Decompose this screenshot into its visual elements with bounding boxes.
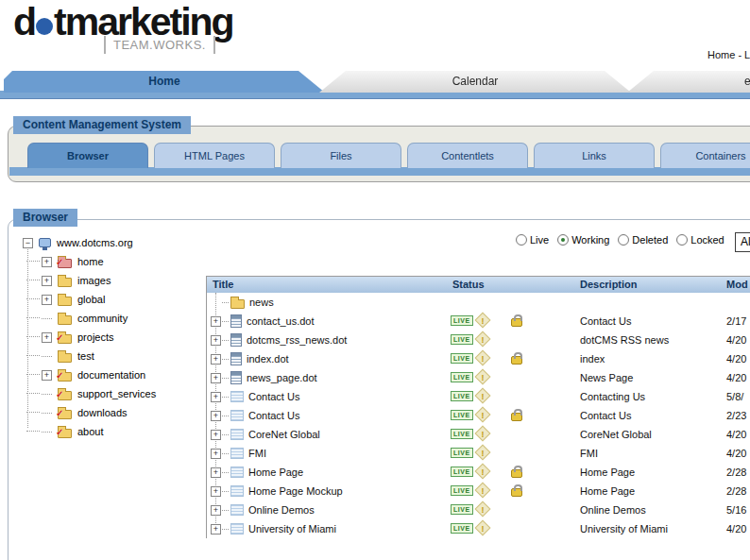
tree-item[interactable]: +images [42,271,156,290]
row-title[interactable]: Contact Us [248,410,299,421]
expand-icon[interactable]: + [211,505,221,516]
show-all-select[interactable]: Al [735,232,750,252]
radio-icon[interactable] [676,234,688,246]
table-row[interactable]: +Contact UsLIVE!Contact Us2/23 [207,406,750,425]
filter-deleted[interactable]: Deleted [618,234,668,246]
tree-item-label[interactable]: about [77,426,104,437]
table-row[interactable]: +CoreNet GlobalLIVE!CoreNet Global4/20 [207,425,750,444]
tree-item[interactable]: community [42,309,156,328]
tree-item-label[interactable]: downloads [77,407,128,418]
tree-item[interactable]: about [42,422,156,441]
expand-icon[interactable]: + [211,316,221,327]
subtab-containers[interactable]: Containers [660,143,750,168]
row-title[interactable]: Home Page Mockup [248,485,343,497]
expand-icon[interactable]: + [211,373,221,383]
row-title[interactable]: news [249,297,274,308]
expand-icon[interactable]: + [42,332,52,343]
subtab-files[interactable]: Files [281,143,401,168]
tree-item[interactable]: support_services [42,384,156,403]
row-status: LIVE! [451,406,573,425]
tree-connector [222,453,229,454]
subtab-browser[interactable]: Browser [27,143,148,168]
expand-icon[interactable]: + [211,430,221,440]
row-title[interactable]: Home Page [248,467,303,478]
table-row[interactable]: +dotcms_rss_news.dotLIVE!dotCMS RSS news… [207,331,750,349]
tree-item-label[interactable]: projects [77,331,114,343]
row-title[interactable]: dotcms_rss_news.dot [247,334,347,346]
tree-connector [222,416,229,416]
row-title[interactable]: CoreNet Global [248,429,320,440]
working-glyph: ! [477,504,488,516]
expand-icon[interactable]: + [211,449,221,459]
table-row[interactable]: +FMILIVE!FMI4/20 [207,444,750,463]
tree-item[interactable]: downloads [42,403,156,422]
row-title[interactable]: Contact Us [248,391,299,402]
expand-icon[interactable]: + [42,295,52,305]
row-title[interactable]: FMI [248,448,266,459]
column-status[interactable]: Status [452,279,485,290]
row-status [451,293,573,312]
tree-item[interactable]: −www.dotcms.org [23,233,156,252]
row-title[interactable]: Online Demos [248,504,315,516]
working-version-icon: ! [475,313,491,329]
tree-item[interactable]: +projects [42,328,156,347]
expand-icon[interactable]: + [42,276,52,286]
tree-item-label[interactable]: community [77,313,128,324]
radio-icon[interactable] [516,234,527,246]
folder-icon [58,353,72,363]
session-links[interactable]: Home - L [707,49,750,60]
radio-selected-icon[interactable] [557,234,569,246]
expand-icon[interactable]: + [211,411,221,421]
table-row[interactable]: +Contact UsLIVE!Contacting Us5/8/ [207,387,750,406]
collapse-icon[interactable]: − [23,238,33,248]
expand-icon[interactable]: + [211,354,221,365]
tree-item[interactable]: +home [42,252,156,271]
row-title[interactable]: contact_us.dot [247,315,315,327]
tree-item-label[interactable]: support_services [77,388,156,399]
expand-icon[interactable]: + [211,524,221,535]
tree-item-label[interactable]: global [77,294,105,305]
tree-item-label[interactable]: www.dotcms.org [57,237,133,248]
expand-icon[interactable]: + [42,370,52,381]
table-row[interactable]: +Home Page MockupLIVE!Home Page2/28 [207,482,750,501]
tab-calendar[interactable]: Calendar [319,71,631,93]
tree-item-label[interactable]: documentation [77,369,145,381]
tree-item[interactable]: +global [42,290,156,309]
filter-live[interactable]: Live [516,234,549,246]
table-row[interactable]: +contact_us.dotLIVE!Contact Us2/17 [207,312,750,331]
tab-home[interactable]: Home [4,71,325,93]
live-badge: LIVE [451,353,473,364]
tree-item-label[interactable]: test [77,350,94,362]
subtab-contentlets[interactable]: Contentlets [407,143,528,168]
tree-item-label[interactable]: home [77,256,104,267]
expand-icon[interactable]: + [211,486,221,497]
expand-icon[interactable]: + [211,392,221,402]
tree-item-label[interactable]: images [77,275,111,286]
table-row[interactable]: +Home PageLIVE!Home Page2/28 [207,463,750,482]
table-row[interactable]: +index.dotLIVE!index4/20 [207,349,750,368]
row-title[interactable]: University of Miami [248,523,336,535]
table-row[interactable]: +Online DemosLIVE!Online Demos5/16 [207,501,750,519]
tab-third[interactable]: e [627,71,750,93]
row-title[interactable]: news_page.dot [247,372,317,383]
expand-icon[interactable]: + [211,467,221,478]
folder-icon [58,315,72,325]
lock-icon [511,356,522,365]
row-status: LIVE! [451,349,573,368]
table-row[interactable]: +news_page.dotLIVE!News Page4/20 [207,368,750,387]
expand-icon[interactable]: + [42,257,52,267]
expand-icon[interactable]: + [211,335,221,346]
column-title[interactable]: Title [213,279,233,290]
radio-icon[interactable] [618,234,629,246]
table-row[interactable]: +University of MiamiLIVE!University of M… [207,519,750,538]
filter-working[interactable]: Working [557,234,609,246]
tree-item[interactable]: +documentation [42,365,156,384]
subtab-html-pages[interactable]: HTML Pages [154,143,275,168]
tree-item[interactable]: test [42,347,156,365]
column-mod-date[interactable]: Mod [726,279,748,290]
column-description[interactable]: Description [580,279,638,290]
subtab-links[interactable]: Links [534,143,655,168]
row-title[interactable]: index.dot [247,353,289,365]
table-row[interactable]: news [207,293,750,312]
filter-locked[interactable]: Locked [676,234,724,246]
